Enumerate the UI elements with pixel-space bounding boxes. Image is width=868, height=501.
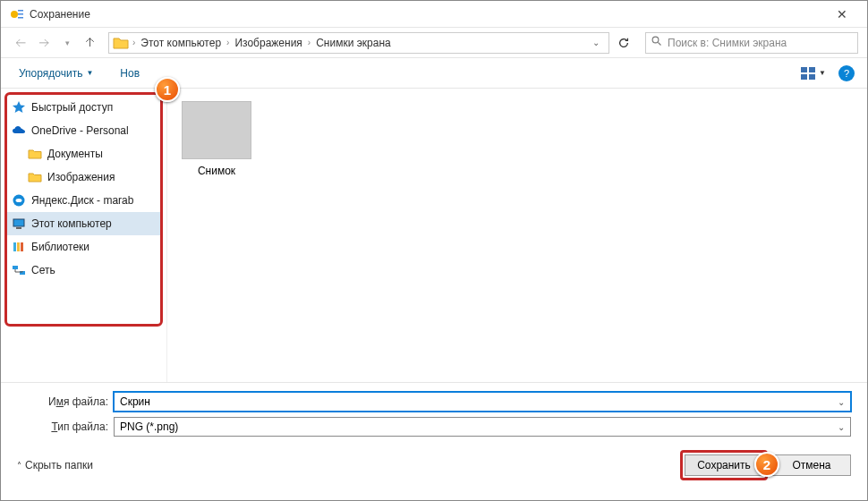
svg-point-0 <box>11 11 18 18</box>
svg-point-4 <box>652 37 659 43</box>
file-item[interactable]: Снимок <box>180 101 253 177</box>
sidebar-item-onedrive[interactable]: OneDrive - Personal <box>4 119 163 142</box>
svg-rect-7 <box>809 67 815 72</box>
recent-dropdown[interactable]: ▾ <box>56 32 78 54</box>
sidebar-item-quick-access[interactable]: Быстрый доступ <box>4 96 163 119</box>
file-thumbnail <box>182 101 251 159</box>
filename-label: Имя файла: <box>17 395 114 408</box>
breadcrumb-dropdown[interactable]: ⌄ <box>587 38 605 47</box>
app-icon <box>10 7 24 21</box>
view-icon <box>801 67 815 80</box>
crumb-1[interactable]: Изображения <box>229 37 307 49</box>
svg-rect-13 <box>16 227 21 229</box>
chevron-up-icon: ˄ <box>17 461 21 471</box>
folder-icon <box>28 147 42 161</box>
svg-rect-14 <box>13 242 16 251</box>
annotation-marker-2: 2 <box>754 452 779 477</box>
svg-rect-16 <box>21 242 23 251</box>
filename-input[interactable]: Скрин ⌄ <box>114 392 851 412</box>
file-name: Снимок <box>180 165 253 177</box>
star-icon <box>12 100 26 115</box>
refresh-button[interactable] <box>613 32 634 54</box>
svg-point-11 <box>16 199 22 202</box>
sidebar-item-this-pc[interactable]: Этот компьютер <box>4 212 163 235</box>
hide-folders-button[interactable]: ˄ Скрыть папки <box>17 459 93 471</box>
search-placeholder: Поиск в: Снимки экрана <box>668 37 787 49</box>
svg-rect-15 <box>17 242 20 251</box>
svg-line-5 <box>659 43 661 46</box>
filetype-select[interactable]: PNG (*.png) ⌄ <box>114 417 851 437</box>
annotation-marker-1: 1 <box>155 77 180 102</box>
close-button[interactable]: ✕ <box>826 4 858 25</box>
view-options-button[interactable]: ▼ <box>801 67 826 80</box>
save-button[interactable]: Сохранить <box>685 454 763 476</box>
sidebar-item-images[interactable]: Изображения <box>4 166 163 189</box>
file-list[interactable]: Снимок <box>167 89 867 382</box>
toolbar: Упорядочить▼ Нов ▼ ? <box>1 58 867 89</box>
window-title: Сохранение <box>30 8 90 21</box>
breadcrumb[interactable]: › Этот компьютер › Изображения › Снимки … <box>108 32 609 54</box>
cancel-button[interactable]: Отмена <box>772 454 851 476</box>
svg-rect-2 <box>18 13 23 15</box>
crumb-2[interactable]: Снимки экрана <box>311 37 396 49</box>
organize-button[interactable]: Упорядочить▼ <box>13 64 98 83</box>
yadisk-icon <box>12 193 26 208</box>
main-area: Быстрый доступ OneDrive - Personal Докум… <box>1 89 867 382</box>
chevron-down-icon[interactable]: ⌄ <box>838 422 845 432</box>
network-icon <box>12 263 26 277</box>
back-button[interactable]: 🡠 <box>10 32 31 54</box>
new-folder-button[interactable]: Нов <box>115 64 145 83</box>
forward-button[interactable]: 🡢 <box>33 32 55 54</box>
onedrive-icon <box>12 123 26 138</box>
svg-rect-9 <box>809 74 815 80</box>
dialog-footer: ˄ Скрыть папки Сохранить Отмена <box>1 447 867 488</box>
sidebar-item-libraries[interactable]: Библиотеки <box>4 235 163 259</box>
up-button[interactable]: 🡡 <box>80 32 101 54</box>
svg-rect-1 <box>18 10 23 12</box>
filetype-label: Тип файла: <box>17 420 114 433</box>
crumb-0[interactable]: Этот компьютер <box>135 37 226 49</box>
svg-rect-8 <box>801 74 807 80</box>
svg-rect-6 <box>801 67 807 72</box>
nav-bar: 🡠 🡢 ▾ 🡡 › Этот компьютер › Изображения ›… <box>1 28 867 58</box>
pc-icon <box>12 217 26 231</box>
help-button[interactable]: ? <box>838 65 855 81</box>
sidebar-item-documents[interactable]: Документы <box>4 142 163 166</box>
sidebar-item-network[interactable]: Сеть <box>4 259 163 282</box>
svg-rect-3 <box>18 17 23 19</box>
search-input[interactable]: Поиск в: Снимки экрана <box>645 32 858 54</box>
save-form: Имя файла: Скрин ⌄ Тип файла: PNG (*.png… <box>1 382 867 447</box>
folder-icon <box>28 170 42 184</box>
title-bar: Сохранение ✕ <box>1 1 867 28</box>
chevron-down-icon[interactable]: ⌄ <box>838 397 845 407</box>
svg-rect-17 <box>13 266 18 269</box>
folder-icon <box>113 36 129 50</box>
search-icon <box>651 36 662 49</box>
libraries-icon <box>12 240 26 254</box>
sidebar-item-yandex-disk[interactable]: Яндекс.Диск - marab <box>4 189 163 212</box>
sidebar: Быстрый доступ OneDrive - Personal Докум… <box>1 89 167 382</box>
svg-rect-12 <box>13 219 24 226</box>
